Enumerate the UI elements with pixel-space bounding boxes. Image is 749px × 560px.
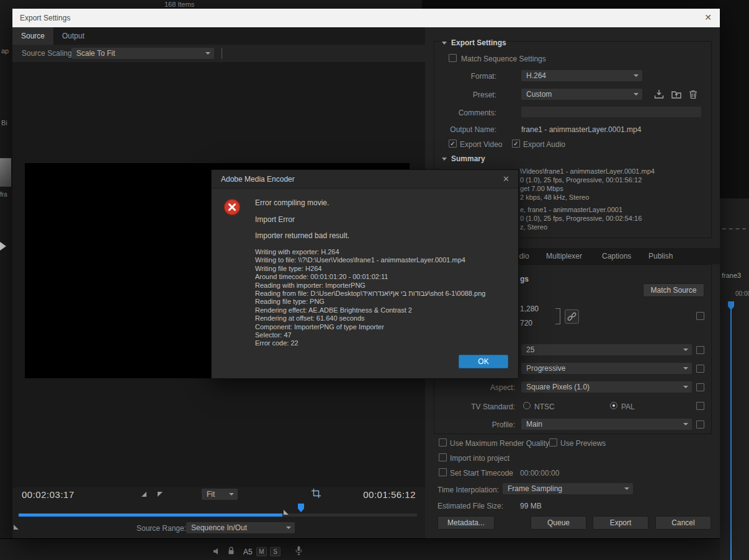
dimension-bracket (555, 308, 560, 324)
dialog-title: Adobe Media Encoder (221, 175, 295, 184)
max-render-quality-checkbox[interactable] (439, 438, 447, 447)
aspect-dropdown[interactable]: Square Pixels (1.0) (521, 381, 692, 393)
export-settings-header: Export Settings (451, 38, 506, 47)
range-handle-icon[interactable] (284, 510, 289, 515)
preset-label: Preset: (425, 91, 496, 99)
frame-rate-dropdown[interactable]: 25 (521, 344, 692, 355)
scrubber-range-fill[interactable] (19, 513, 282, 517)
frame-rate-override-checkbox[interactable] (696, 346, 704, 354)
background-left-column: ap Bi fra (0, 9, 12, 538)
ntsc-radio[interactable] (523, 402, 531, 409)
caret-down-icon (683, 349, 688, 351)
ntsc-label: NTSC (534, 402, 555, 411)
match-sequence-label: Match Sequence Settings (461, 55, 546, 63)
caret-down-icon (229, 493, 234, 496)
source-scaling-row: Source Scaling: Scale To Fit (12, 45, 425, 62)
time-interpolation-dropdown[interactable]: Frame Sampling (503, 483, 633, 494)
tab-publish[interactable]: Publish (648, 252, 673, 260)
playhead-icon[interactable] (298, 504, 304, 509)
set-start-timecode-checkbox[interactable] (439, 468, 447, 476)
width-value[interactable]: 1,280 (520, 304, 539, 313)
match-source-button[interactable]: Match Source (643, 283, 704, 297)
format-dropdown[interactable]: H.264 (521, 70, 642, 81)
estimated-file-size-label: Estimated File Size: (437, 502, 503, 510)
mute-button[interactable]: M (256, 547, 267, 556)
metadata-button[interactable]: Metadata... (437, 516, 495, 530)
link-dimensions-button[interactable] (565, 309, 579, 324)
use-previews-label: Use Previews (560, 439, 606, 448)
cancel-button[interactable]: Cancel (655, 516, 711, 530)
link-icon (567, 314, 576, 323)
source-scaling-dropdown[interactable]: Scale To Fit (71, 48, 214, 59)
tab-captions[interactable]: Captions (602, 252, 631, 260)
tab-multiplexer[interactable]: Multiplexer (546, 252, 582, 260)
background-top-strip: 168 Items (0, 0, 749, 9)
in-point-icon[interactable] (141, 492, 146, 497)
output-name-value[interactable]: frane1 - animmasterLayer.0001.mp4 (521, 125, 641, 134)
aspect-label: Aspect: (425, 383, 515, 392)
error-message: Importer returned bad result. (255, 231, 349, 240)
error-detail-line: Selector: 47 (255, 331, 485, 339)
dimensions-override-checkbox[interactable] (696, 312, 704, 320)
lock-icon[interactable] (228, 546, 235, 557)
window-titlebar[interactable]: Export Settings ✕ (12, 9, 720, 27)
tab-output[interactable]: Output (53, 27, 93, 45)
save-preset-icon[interactable] (653, 89, 665, 101)
clip-fragment (722, 228, 746, 229)
background-monitor-edge (422, 0, 749, 9)
disclosure-icon[interactable] (442, 158, 447, 161)
background-right-column: frane3 00:00 (720, 0, 749, 560)
tab-source[interactable]: Source (12, 27, 53, 45)
source-scaling-label: Source Scaling: (22, 49, 74, 58)
summary-line: get 7.00 Mbps (520, 185, 563, 192)
error-detail-line: Reading file type: PNG (255, 298, 485, 306)
error-message: Import Error (255, 215, 295, 224)
queue-button[interactable]: Queue (531, 516, 586, 530)
height-value[interactable]: 720 (520, 319, 532, 327)
summary-header: Summary (451, 154, 485, 163)
set-start-timecode-value: 00:00:00:00 (520, 469, 559, 478)
aspect-override-checkbox[interactable] (696, 383, 704, 391)
field-order-override-checkbox[interactable] (696, 365, 704, 373)
output-name-label: Output Name: (425, 125, 496, 134)
match-sequence-checkbox[interactable] (449, 54, 457, 62)
clip-label: frane3 (722, 272, 741, 279)
mic-icon[interactable] (295, 546, 302, 558)
delete-preset-icon[interactable] (688, 89, 698, 101)
tv-standard-label: TV Standard: (425, 402, 515, 411)
disclosure-icon[interactable] (442, 42, 447, 45)
dialog-close-icon[interactable]: ✕ (503, 174, 509, 184)
preset-dropdown[interactable]: Custom (521, 89, 642, 100)
speaker-icon[interactable] (213, 548, 220, 557)
solo-button[interactable]: S (270, 547, 280, 556)
window-close-icon[interactable]: ✕ (704, 12, 712, 22)
error-detail-line: Writing with exporter: H.264 (255, 248, 485, 256)
max-render-quality-label: Use Maximum Render Quality (450, 439, 549, 448)
summary-line: z, Stereo (520, 223, 547, 231)
scrubber-track[interactable] (19, 513, 417, 517)
divider (222, 48, 222, 59)
import-into-project-checkbox[interactable] (439, 453, 447, 461)
zoom-level-dropdown[interactable]: Fit (202, 489, 238, 500)
pal-radio[interactable] (610, 402, 617, 409)
resize-grip-icon[interactable] (14, 525, 19, 530)
export-video-checkbox[interactable]: ✓ (449, 140, 457, 148)
dialog-titlebar[interactable]: Adobe Media Encoder ✕ (212, 170, 518, 189)
crop-icon[interactable] (312, 489, 321, 500)
profile-dropdown[interactable]: Main (521, 419, 692, 430)
ok-button[interactable]: OK (459, 355, 508, 368)
summary-line: 2 kbps, 48 kHz, Stereo (520, 193, 589, 201)
out-point-icon[interactable] (158, 492, 163, 497)
export-button[interactable]: Export (593, 516, 648, 530)
import-preset-icon[interactable] (671, 89, 682, 101)
use-previews-checkbox[interactable] (549, 438, 557, 447)
timeline-playhead-icon[interactable] (728, 301, 734, 306)
preview-tabstrip: Source Output (12, 27, 425, 45)
field-order-dropdown[interactable]: Progressive (521, 363, 692, 374)
profile-override-checkbox[interactable] (696, 420, 704, 429)
export-audio-checkbox[interactable]: ✓ (512, 140, 520, 148)
comments-label: Comments: (425, 109, 496, 117)
comments-input[interactable] (521, 107, 701, 117)
tv-standard-override-checkbox[interactable] (696, 402, 704, 410)
source-range-dropdown[interactable]: Sequence In/Out (186, 522, 295, 533)
